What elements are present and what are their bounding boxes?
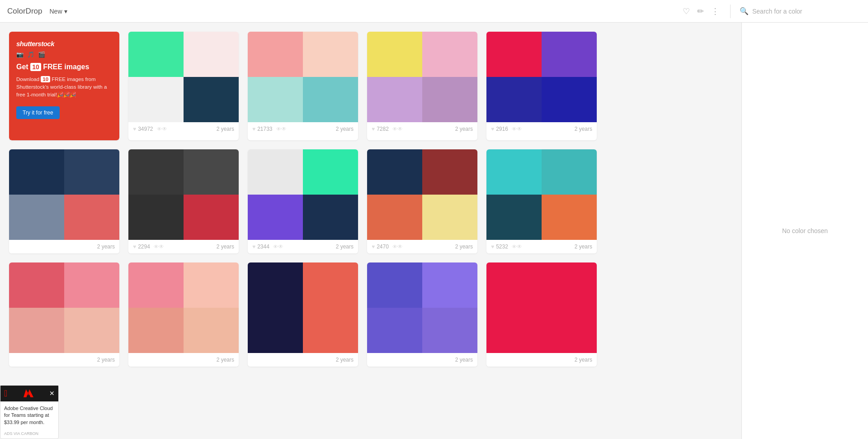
color-swatch[interactable]	[128, 77, 184, 122]
eye-icon[interactable]: 👁	[157, 126, 167, 132]
palette-time: 2 years	[455, 126, 473, 132]
palette-card[interactable]: ♥ 2294 👁 2 years	[128, 149, 239, 253]
eye-icon[interactable]: 👁	[276, 126, 287, 132]
palette-likes[interactable]: ♥ 34972	[133, 126, 153, 132]
color-swatch[interactable]	[542, 308, 597, 353]
color-swatch[interactable]	[303, 195, 358, 240]
palette-card[interactable]: ♥ 2344 👁 2 years	[248, 149, 358, 253]
palette-likes[interactable]: ♥ 2916	[491, 126, 508, 132]
color-swatch[interactable]	[367, 77, 422, 122]
likes-count: 2916	[496, 126, 508, 132]
more-icon[interactable]: ⋮	[711, 6, 719, 16]
color-swatch[interactable]	[248, 262, 303, 308]
palette-meta: 2 years	[9, 240, 119, 253]
palette-card[interactable]: ♥ 2470 👁 2 years	[367, 149, 477, 253]
color-swatch[interactable]	[486, 149, 542, 195]
color-swatch[interactable]	[9, 195, 64, 240]
palette-card[interactable]: 2 years	[486, 262, 597, 367]
palette-card[interactable]: ♥ 2916 👁 2 years	[486, 32, 597, 140]
search-bar[interactable]: 🔍 Search for a color	[734, 7, 861, 15]
color-swatch[interactable]	[486, 308, 542, 353]
color-swatch[interactable]	[367, 32, 422, 77]
palette-grid: shutterstock 📷 🎵 🎬 Get 10 FREE images Do…	[9, 32, 597, 367]
color-swatch[interactable]	[184, 195, 239, 240]
color-swatch[interactable]	[367, 262, 422, 308]
eye-icon[interactable]: 👁	[512, 243, 522, 250]
color-swatch[interactable]	[422, 195, 477, 240]
color-swatch[interactable]	[542, 77, 597, 122]
color-swatch[interactable]	[303, 262, 358, 308]
color-swatch[interactable]	[64, 149, 119, 195]
likes-count: 34972	[138, 126, 153, 132]
heart-icon[interactable]: ♡	[683, 6, 690, 16]
nav-new[interactable]: New ▾	[49, 8, 67, 15]
palette-likes[interactable]: ♥ 7282	[372, 126, 389, 132]
eye-icon[interactable]: 👁	[154, 243, 164, 250]
color-swatch[interactable]	[9, 308, 64, 353]
color-swatch[interactable]	[303, 32, 358, 77]
palette-card[interactable]: ♥ 21733 👁 2 years	[248, 32, 358, 140]
color-swatch[interactable]	[542, 149, 597, 195]
color-swatch[interactable]	[422, 308, 477, 353]
eye-icon[interactable]: 👁	[392, 243, 403, 250]
color-swatch[interactable]	[128, 308, 184, 353]
color-swatch[interactable]	[128, 149, 184, 195]
palette-card[interactable]: ♥ 34972 👁 2 years	[128, 32, 239, 140]
color-swatch[interactable]	[184, 77, 239, 122]
color-swatch[interactable]	[248, 308, 303, 353]
color-swatch[interactable]	[128, 32, 184, 77]
palette-card[interactable]: ♥ 5232 👁 2 years	[486, 149, 597, 253]
color-swatch[interactable]	[367, 149, 422, 195]
palette-likes[interactable]: ♥ 2344	[252, 243, 269, 250]
palette-card[interactable]: 2 years	[9, 149, 119, 253]
color-swatch[interactable]	[248, 32, 303, 77]
color-swatch[interactable]	[248, 77, 303, 122]
pen-icon[interactable]: ✏	[697, 6, 704, 16]
color-swatch[interactable]	[486, 77, 542, 122]
color-swatch[interactable]	[303, 77, 358, 122]
color-swatch[interactable]	[367, 195, 422, 240]
color-swatch[interactable]	[64, 195, 119, 240]
color-swatch[interactable]	[184, 262, 239, 308]
color-swatch[interactable]	[248, 195, 303, 240]
color-swatch[interactable]	[248, 149, 303, 195]
color-swatch[interactable]	[9, 262, 64, 308]
color-swatch[interactable]	[486, 32, 542, 77]
palette-likes[interactable]: ♥ 21733	[252, 126, 273, 132]
color-swatch[interactable]	[367, 308, 422, 353]
palette-card[interactable]: 2 years	[128, 262, 239, 367]
eye-icon[interactable]: 👁	[273, 243, 283, 250]
color-swatch[interactable]	[303, 149, 358, 195]
eye-icon[interactable]: 👁	[392, 126, 403, 132]
color-swatch[interactable]	[422, 77, 477, 122]
palette-likes[interactable]: ♥ 2294	[133, 243, 150, 250]
color-swatch[interactable]	[303, 308, 358, 353]
palette-card[interactable]: ♥ 7282 👁 2 years	[367, 32, 477, 140]
color-swatch[interactable]	[128, 195, 184, 240]
palette-card[interactable]: 2 years	[248, 262, 358, 367]
color-swatch[interactable]	[422, 32, 477, 77]
palette-card[interactable]: 2 years	[367, 262, 477, 367]
color-swatch[interactable]	[542, 195, 597, 240]
color-swatch[interactable]	[422, 262, 477, 308]
color-swatch[interactable]	[542, 262, 597, 308]
color-swatch[interactable]	[64, 262, 119, 308]
logo[interactable]: ColorDrop	[7, 7, 42, 16]
color-swatch[interactable]	[486, 262, 542, 308]
color-swatch[interactable]	[184, 32, 239, 77]
color-swatch[interactable]	[9, 149, 64, 195]
shutterstock-media-icons: 📷 🎵 🎬	[16, 51, 112, 58]
color-swatch[interactable]	[486, 195, 542, 240]
color-swatch[interactable]	[542, 32, 597, 77]
shutterstock-cta-button[interactable]: Try it for free	[16, 106, 60, 119]
color-swatch[interactable]	[184, 308, 239, 353]
color-swatch[interactable]	[128, 262, 184, 308]
palette-likes[interactable]: ♥ 2470	[372, 243, 389, 250]
palette-card[interactable]: 2 years	[9, 262, 119, 367]
eye-icon[interactable]: 👁	[512, 126, 522, 132]
color-swatch[interactable]	[64, 308, 119, 353]
color-swatch[interactable]	[422, 149, 477, 195]
heart-icon: ♥	[252, 243, 255, 250]
color-swatch[interactable]	[184, 149, 239, 195]
palette-likes[interactable]: ♥ 5232	[491, 243, 508, 250]
